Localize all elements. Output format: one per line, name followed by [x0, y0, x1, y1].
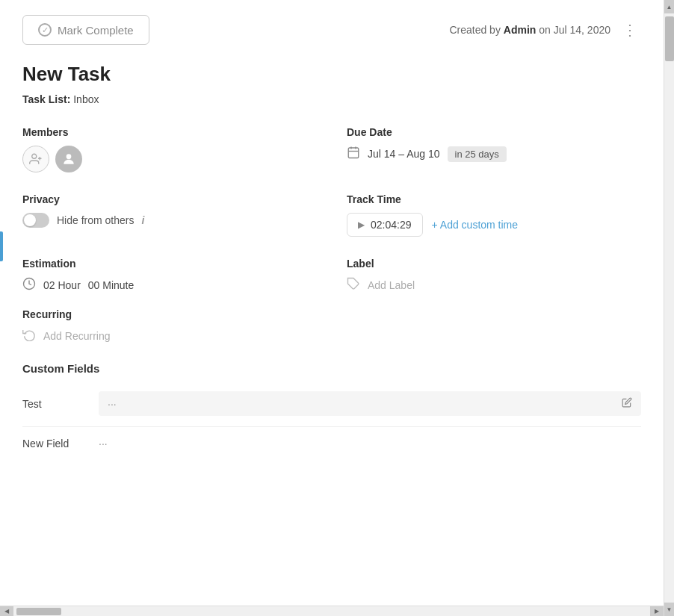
privacy-group: Privacy Hide from others i	[22, 193, 317, 237]
bottom-scrollbar-thumb[interactable]	[16, 608, 61, 615]
scroll-left-button[interactable]: ◀	[0, 606, 13, 617]
custom-fields-section: Custom Fields Test ··· New Field ···	[22, 362, 641, 457]
add-label-button[interactable]: Add Label	[368, 279, 415, 291]
header-meta: Created by Admin on Jul 14, 2020 ⋮	[449, 18, 641, 42]
time-value: 02:04:29	[371, 219, 412, 231]
left-accent-bar	[0, 231, 3, 261]
estimation-hour: 02 Hour	[43, 279, 81, 291]
privacy-label: Privacy	[22, 193, 317, 205]
recurring-section: Recurring Add Recurring	[22, 308, 641, 344]
custom-fields-title: Custom Fields	[22, 362, 641, 375]
more-options-icon[interactable]: ⋮	[619, 18, 641, 42]
members-label: Members	[22, 126, 317, 138]
scroll-down-button[interactable]: ▼	[664, 603, 675, 616]
toggle-knob	[24, 214, 36, 226]
recurring-row: Add Recurring	[22, 328, 641, 344]
estimation-group: Estimation 02 Hour 00 Minute	[22, 258, 317, 293]
members-group: Members	[22, 126, 317, 172]
custom-field-row: Test ···	[22, 384, 641, 423]
privacy-hide-label: Hide from others	[57, 214, 134, 226]
svg-rect-4	[348, 148, 359, 158]
svg-point-3	[67, 154, 72, 159]
header-row: ✓ Mark Complete Created by Admin on Jul …	[22, 15, 641, 45]
check-icon: ✓	[38, 23, 52, 37]
estimation-label: Estimation	[22, 258, 317, 270]
created-by-date: Jul 14, 2020	[554, 24, 610, 36]
estimation-minute: 00 Minute	[88, 279, 134, 291]
custom-field-row-new: New Field ···	[22, 430, 641, 457]
label-field-label: Label	[347, 258, 641, 270]
track-time-label: Track Time	[347, 193, 641, 205]
clock-icon	[22, 277, 36, 293]
due-date-badge: in 25 days	[448, 146, 507, 162]
track-time-group: Track Time ▶ 02:04:29 + Add custom time	[347, 193, 641, 237]
custom-field-name-test: Test	[22, 398, 90, 410]
due-date-range: Jul 14 – Aug 10	[368, 148, 440, 160]
edit-pencil-icon-test[interactable]	[622, 397, 632, 410]
add-member-icon[interactable]	[22, 146, 49, 172]
scrollbar-track: ▲ ▼	[664, 0, 674, 616]
label-group: Label Add Label	[347, 258, 641, 293]
mark-complete-button[interactable]: ✓ Mark Complete	[22, 15, 149, 45]
scroll-up-button[interactable]: ▲	[664, 0, 675, 13]
add-recurring-button[interactable]: Add Recurring	[43, 330, 111, 342]
label-row: Add Label	[347, 277, 641, 293]
tag-icon	[347, 277, 360, 293]
custom-field-name-new: New Field	[22, 438, 90, 449]
custom-field-dots-test: ···	[108, 398, 117, 410]
track-time-row: ▶ 02:04:29 + Add custom time	[347, 213, 641, 237]
due-date-label: Due Date	[347, 126, 641, 138]
task-list-label: Task List:	[22, 93, 70, 105]
calendar-icon	[347, 146, 360, 162]
recurring-icon	[22, 328, 36, 344]
members-row	[22, 146, 317, 172]
play-icon: ▶	[358, 220, 365, 230]
recurring-label: Recurring	[22, 308, 641, 320]
task-list-value: Inbox	[73, 93, 99, 105]
due-date-group: Due Date Jul 14 – Aug 10 in 25 days	[347, 126, 641, 172]
custom-field-dots-new: ···	[99, 438, 158, 449]
privacy-row: Hide from others i	[22, 213, 317, 228]
privacy-toggle[interactable]	[22, 213, 49, 228]
member-avatar[interactable]	[55, 146, 82, 172]
scroll-right-button[interactable]: ▶	[650, 606, 664, 617]
divider	[22, 426, 641, 427]
custom-field-value-test[interactable]: ···	[99, 391, 641, 416]
task-title: New Task	[22, 63, 641, 86]
due-date-row: Jul 14 – Aug 10 in 25 days	[347, 146, 641, 162]
task-list-row: Task List: Inbox	[22, 93, 641, 105]
bottom-scrollbar: ◀ ▶	[0, 606, 664, 616]
created-by-user: Admin	[504, 24, 537, 36]
svg-point-0	[32, 154, 37, 158]
estimation-row: 02 Hour 00 Minute	[22, 277, 317, 293]
scrollbar-thumb[interactable]	[665, 16, 674, 61]
info-icon[interactable]: i	[141, 214, 144, 226]
time-display[interactable]: ▶ 02:04:29	[347, 213, 423, 237]
fields-grid: Members	[22, 126, 641, 293]
created-by-text: Created by Admin on Jul 14, 2020	[449, 24, 610, 36]
mark-complete-label: Mark Complete	[58, 24, 134, 37]
add-custom-time-button[interactable]: + Add custom time	[432, 219, 519, 231]
